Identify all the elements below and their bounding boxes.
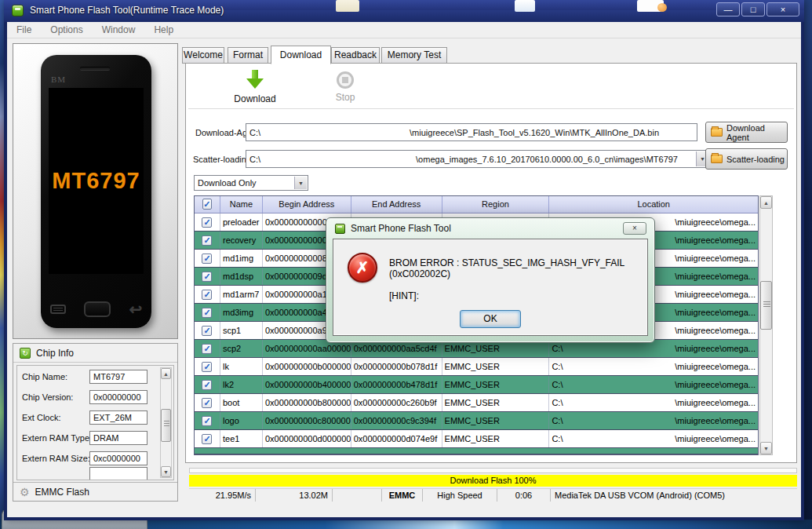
status-bar: 21.95M/s 13.02M EMMC High Speed 0:06 Med… (189, 488, 797, 502)
cell-begin-address: 0x000000000b400000 (263, 376, 351, 393)
dialog-title: Smart Phone Flash Tool (351, 223, 451, 234)
cell-region: EMMC_USER (442, 430, 550, 447)
cell-region: EMMC_USER (442, 358, 550, 375)
tab-download[interactable]: Download (271, 46, 331, 64)
row-checkbox[interactable]: ✓ (202, 416, 212, 426)
cell-name: tee1 (220, 430, 263, 447)
cell-begin-address: 0x000000000c800000 (263, 412, 351, 429)
row-checkbox[interactable]: ✓ (202, 380, 212, 390)
app-icon (335, 224, 345, 234)
emmc-flash-label: EMMC Flash (35, 487, 89, 498)
phone-preview-panel: BM MT6797 ↩ (13, 43, 178, 339)
cell-name: preloader (220, 213, 263, 231)
download-agent-input[interactable]: C:\ \miuigreece\SP_Flash_Tool_v5.1620_Wi… (246, 123, 697, 141)
download-action-label: Download (220, 93, 290, 104)
gear-icon: ⚙ (20, 487, 30, 498)
chip-name-field[interactable]: MT6797 (89, 370, 147, 384)
cell-name: md1arm7 (220, 286, 263, 303)
chip-info-scrollbar[interactable]: ▲ ▼ (160, 367, 172, 478)
close-button[interactable]: × (766, 2, 799, 16)
cell-region: EMMC_USER (442, 412, 550, 429)
scroll-down-icon[interactable]: ▼ (161, 466, 171, 477)
scroll-up-icon[interactable]: ▲ (760, 196, 772, 209)
menu-window[interactable]: Window (93, 24, 145, 35)
ram-type-field[interactable]: DRAM (89, 431, 147, 445)
status-size: 13.02M (256, 489, 333, 502)
table-row[interactable]: ✓ lk2 0x000000000b400000 0x000000000b478… (195, 376, 758, 394)
table-row[interactable]: ✓ logo 0x000000000c800000 0x000000000c9c… (195, 412, 758, 430)
cell-begin-address: 0x000000000b800000 (263, 394, 351, 411)
scatter-loading-button[interactable]: Scatter-loading (705, 148, 788, 170)
col-location[interactable]: Location (549, 196, 758, 213)
cell-region: EMMC_USER (442, 376, 550, 393)
scroll-thumb[interactable] (760, 281, 772, 330)
table-row-clipped[interactable] (195, 448, 758, 454)
desktop-wallpaper-strip-right (804, 0, 812, 529)
scatter-file-combobox[interactable]: C:\ \omega_images_7.6.10_20170610.0000.0… (246, 150, 710, 168)
cell-end-address: 0x000000000c260b9f (351, 394, 442, 411)
table-scrollbar[interactable]: ▲ ▼ (759, 195, 773, 455)
chevron-down-icon[interactable]: ▼ (294, 177, 307, 189)
cell-end-address: 0x000000000b078d1f (351, 358, 442, 375)
row-checkbox[interactable]: ✓ (202, 290, 212, 300)
desktop-icon (515, 0, 535, 12)
chip-info-panel: ↻ Chip Info Chip Name: MT6797 Chip Versi… (13, 343, 178, 502)
menu-file[interactable]: File (7, 24, 41, 35)
menu-help[interactable]: Help (144, 24, 183, 35)
status-usb-mode: High Speed (423, 489, 497, 502)
tab-format[interactable]: Format (228, 47, 268, 64)
row-checkbox[interactable]: ✓ (202, 362, 212, 372)
scroll-up-icon[interactable]: ▲ (161, 368, 171, 379)
scroll-down-icon[interactable]: ▼ (760, 442, 772, 454)
table-row[interactable]: ✓ lk 0x000000000b000000 0x000000000b078d… (195, 358, 758, 376)
row-checkbox[interactable]: ✓ (202, 434, 212, 444)
row-checkbox[interactable]: ✓ (202, 344, 212, 354)
minimize-button[interactable]: — (716, 2, 740, 16)
cell-name: md1dsp (220, 268, 263, 285)
cell-name: lk (220, 358, 263, 375)
row-checkbox[interactable]: ✓ (202, 326, 212, 336)
row-checkbox[interactable]: ✓ (202, 308, 212, 318)
title-bar[interactable]: Smart Phone Flash Tool(Runtime Trace Mod… (4, 0, 804, 22)
dialog-close-button[interactable]: × (623, 222, 646, 235)
cell-location: C:\ \miuigreece\omega... (549, 394, 758, 411)
ram-type-label: Extern RAM Type: (22, 433, 89, 443)
download-action-button[interactable]: Download (220, 70, 290, 104)
col-begin-address[interactable]: Begin Address (263, 196, 351, 213)
chip-info-fields: Chip Name: MT6797 Chip Version: 0x000000… (16, 365, 174, 480)
tab-memory-test[interactable]: Memory Test (381, 47, 447, 64)
cell-location: C:\ \miuigreece\omega... (549, 412, 758, 429)
folder-icon (711, 128, 723, 137)
emmc-flash-section[interactable]: ⚙ EMMC Flash (13, 482, 177, 501)
row-checkbox[interactable]: ✓ (202, 398, 212, 408)
scroll-thumb[interactable] (161, 409, 171, 442)
download-agent-button[interactable]: Download Agent (705, 122, 788, 143)
row-checkbox[interactable]: ✓ (202, 235, 212, 246)
table-row[interactable]: ✓ tee1 0x000000000d000000 0x000000000d07… (195, 430, 758, 448)
status-time: 0:06 (497, 489, 551, 502)
table-row[interactable]: ✓ boot 0x000000000b800000 0x000000000c26… (195, 394, 758, 412)
col-name[interactable]: Name (220, 196, 263, 213)
error-icon: ✗ (348, 253, 377, 283)
row-checkbox[interactable]: ✓ (202, 217, 212, 228)
select-all-checkbox[interactable]: ✓ (202, 199, 211, 210)
ok-button[interactable]: OK (460, 310, 521, 328)
menu-options[interactable]: Options (41, 24, 92, 35)
cell-location: C:\ \miuigreece\omega... (549, 358, 758, 375)
row-checkbox[interactable]: ✓ (202, 254, 212, 264)
chip-version-field[interactable]: 0x00000000 (89, 390, 147, 404)
stop-action-button[interactable]: Stop (310, 70, 381, 103)
phone-home-button (84, 301, 111, 317)
ext-clock-field[interactable]: EXT_26M (89, 410, 147, 425)
app-icon (12, 5, 24, 16)
row-checkbox[interactable]: ✓ (202, 272, 212, 282)
tab-readback[interactable]: Readback (331, 47, 380, 64)
progress-track (189, 468, 797, 473)
col-end-address[interactable]: End Address (351, 196, 442, 213)
flash-mode-select[interactable]: Download Only ▼ (194, 175, 308, 191)
maximize-button[interactable]: □ (741, 2, 765, 16)
ram-size-field[interactable]: 0xc0000000 (89, 451, 147, 465)
tab-welcome[interactable]: Welcome (182, 47, 224, 64)
cell-name: md1img (220, 250, 263, 267)
col-region[interactable]: Region (442, 196, 550, 213)
